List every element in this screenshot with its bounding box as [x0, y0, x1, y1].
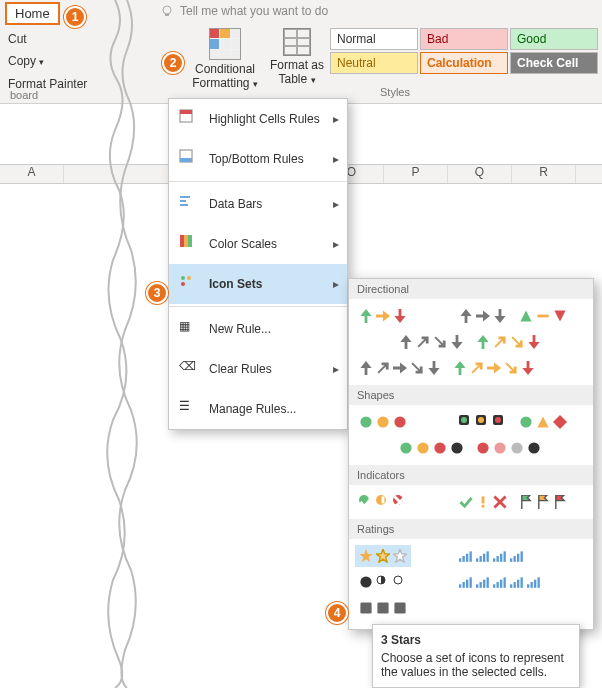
iconset-5-quarters[interactable]: [355, 571, 411, 593]
svg-point-21: [181, 276, 185, 280]
iconset-3-signs[interactable]: [515, 411, 571, 433]
style-normal[interactable]: Normal: [330, 28, 418, 50]
tell-me-search[interactable]: Tell me what you want to do: [160, 4, 328, 18]
col-q[interactable]: Q: [448, 165, 512, 183]
style-checkcell[interactable]: Check Cell: [510, 52, 598, 74]
format-as-table-button[interactable]: Format as Table ▾: [267, 28, 327, 87]
iconset-5-arrows-colored[interactable]: [449, 357, 539, 379]
icon-sets-submenu: Directional Shapes Indicators Ratings: [348, 278, 594, 630]
svg-point-27: [478, 417, 484, 423]
svg-rect-10: [165, 14, 169, 16]
category-ratings: Ratings: [349, 519, 593, 539]
category-indicators: Indicators: [349, 465, 593, 485]
iconset-3-traffic-lights-rimmed[interactable]: [455, 411, 511, 433]
iconset-5-arrows-gray[interactable]: [355, 357, 445, 379]
menu-icon-sets[interactable]: Icon Sets▸: [169, 264, 347, 304]
iconset-3-triangles[interactable]: [515, 305, 571, 327]
svg-point-34: [394, 576, 402, 584]
style-neutral[interactable]: Neutral: [330, 52, 418, 74]
style-bad[interactable]: Bad: [420, 28, 508, 50]
svg-rect-17: [180, 204, 188, 206]
conditional-formatting-menu: Highlight Cells Rules▸ Top/Bottom Rules▸…: [168, 98, 348, 430]
svg-point-23: [181, 282, 185, 286]
iconset-3-stars[interactable]: [355, 545, 411, 567]
svg-rect-20: [188, 235, 192, 247]
menu-clear-rules[interactable]: ⌫Clear Rules▸: [169, 349, 347, 389]
iconset-5-ratings-bars[interactable]: [455, 571, 545, 593]
svg-point-22: [187, 276, 191, 280]
svg-rect-16: [180, 200, 186, 202]
iconset-5-boxes[interactable]: [355, 597, 411, 619]
svg-point-29: [495, 417, 501, 423]
callout-2: 2: [162, 52, 184, 74]
svg-rect-15: [180, 196, 190, 198]
menu-data-bars[interactable]: Data Bars▸: [169, 184, 347, 224]
ribbon: Home Tell me what you want to do Cut Cop…: [0, 0, 602, 104]
svg-point-25: [461, 417, 467, 423]
col-r[interactable]: R: [512, 165, 576, 183]
styles-group-label: Styles: [380, 86, 410, 98]
tooltip-title: 3 Stars: [381, 633, 571, 647]
menu-color-scales[interactable]: Color Scales▸: [169, 224, 347, 264]
callout-3: 3: [146, 282, 168, 304]
cut-button[interactable]: Cut: [4, 28, 91, 50]
highlight-cells-icon: [179, 109, 199, 129]
svg-rect-19: [184, 235, 188, 247]
svg-rect-18: [180, 235, 184, 247]
icon-sets-icon: [179, 274, 199, 294]
conditional-formatting-button[interactable]: Conditional Formatting ▾: [185, 28, 265, 91]
menu-manage-rules[interactable]: ☰Manage Rules...: [169, 389, 347, 429]
iconset-4-red-to-black[interactable]: [472, 437, 545, 459]
clipboard-group: Cut Copy ▾ Format Painter: [4, 28, 91, 95]
data-bars-icon: [179, 194, 199, 214]
iconset-3-symbols-circled[interactable]: [355, 491, 411, 513]
svg-point-9: [163, 6, 171, 14]
clear-rules-icon: ⌫: [179, 359, 199, 379]
col-a[interactable]: A: [0, 165, 64, 183]
cell-styles-gallery[interactable]: Normal Bad Good Neutral Calculation Chec…: [330, 28, 598, 74]
iconset-3-arrows-gray[interactable]: [455, 305, 511, 327]
copy-button[interactable]: Copy ▾: [4, 50, 91, 73]
iconset-3-traffic-lights-unrimmed[interactable]: [355, 411, 411, 433]
svg-point-31: [376, 495, 386, 505]
category-shapes: Shapes: [349, 385, 593, 405]
menu-new-rule[interactable]: ▦New Rule...: [169, 309, 347, 349]
color-scales-icon: [179, 234, 199, 254]
tooltip-body: Choose a set of icons to represent the v…: [381, 651, 571, 679]
category-directional: Directional: [349, 279, 593, 299]
tab-home[interactable]: Home: [5, 2, 60, 25]
iconset-3-arrows-colored[interactable]: [355, 305, 411, 327]
top-bottom-icon: [179, 149, 199, 169]
manage-rules-icon: ☰: [179, 399, 199, 419]
iconset-3-flags[interactable]: [515, 491, 571, 513]
svg-rect-14: [180, 158, 192, 162]
style-good[interactable]: Good: [510, 28, 598, 50]
new-rule-icon: ▦: [179, 319, 199, 339]
iconset-4-arrows-colored[interactable]: [472, 331, 545, 353]
col-p[interactable]: P: [384, 165, 448, 183]
tooltip: 3 Stars Choose a set of icons to represe…: [372, 624, 580, 688]
iconset-4-ratings-bars[interactable]: [455, 545, 528, 567]
lightbulb-icon: [160, 4, 174, 18]
conditional-formatting-icon: [209, 28, 241, 60]
menu-top-bottom-rules[interactable]: Top/Bottom Rules▸: [169, 139, 347, 179]
style-calculation[interactable]: Calculation: [420, 52, 508, 74]
format-as-table-icon: [283, 28, 311, 56]
iconset-4-traffic-lights[interactable]: [395, 437, 468, 459]
svg-rect-12: [180, 110, 192, 114]
tell-me-label: Tell me what you want to do: [180, 4, 328, 18]
clipboard-group-label: board: [10, 89, 38, 101]
callout-4: 4: [326, 602, 348, 624]
callout-1: 1: [64, 6, 86, 28]
menu-highlight-cells-rules[interactable]: Highlight Cells Rules▸: [169, 99, 347, 139]
iconset-3-symbols-uncircled[interactable]: [455, 491, 511, 513]
iconset-4-arrows-gray[interactable]: [395, 331, 468, 353]
